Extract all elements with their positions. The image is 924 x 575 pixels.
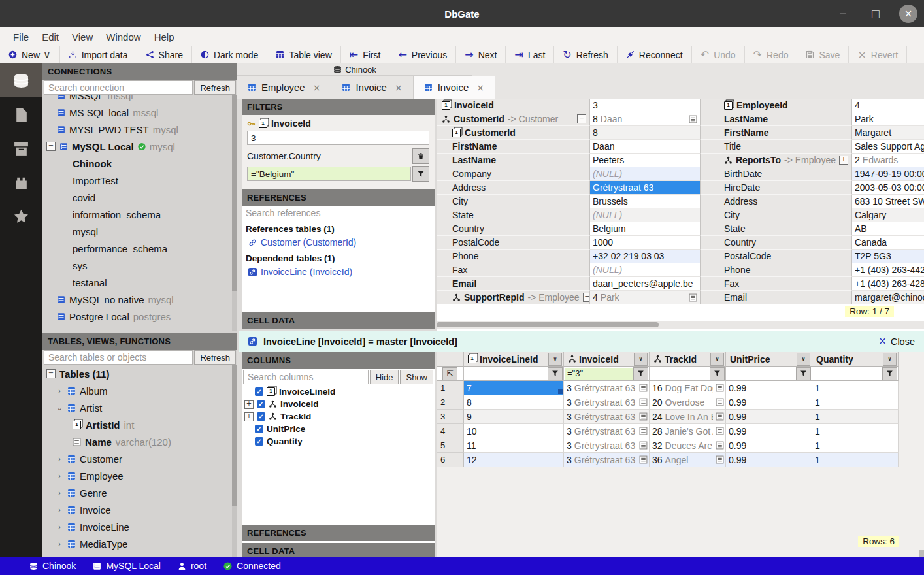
connection-item-covid[interactable]: covid	[42, 189, 237, 206]
open-detail-icon[interactable]	[716, 441, 724, 450]
form-value-postalcode[interactable]: T2P 5G3	[852, 250, 924, 263]
chevron-right-icon[interactable]: ›	[56, 523, 63, 531]
tables-scrollbar-thumb[interactable]	[232, 365, 237, 506]
expand-toggle[interactable]	[839, 156, 848, 165]
table-item-invoiceline[interactable]: ›InvoiceLine	[42, 518, 237, 535]
toolbar-first-button[interactable]: ⇤First	[341, 46, 390, 63]
collapse-toggle[interactable]	[577, 114, 586, 123]
form-value-fax[interactable]: (NULL)	[590, 263, 701, 277]
column-toggle-trackid[interactable]: TrackId	[242, 410, 435, 423]
toolbar-new-button[interactable]: New∨	[0, 46, 60, 63]
grid-cell[interactable]: 0.99	[726, 438, 812, 453]
grid-cell[interactable]: 0.99	[726, 424, 812, 438]
grid-cell[interactable]: 32Deuces Are Wild	[650, 438, 726, 453]
filter-menu-button[interactable]	[710, 367, 725, 380]
column-header-quantity[interactable]: Quantity∨	[812, 352, 899, 367]
chevron-right-icon[interactable]: ›	[56, 472, 63, 480]
connection-item-mysql[interactable]: mysql	[42, 223, 237, 240]
close-button[interactable]: ×	[899, 5, 917, 23]
column-menu-button[interactable]: ∨	[797, 353, 810, 366]
open-detail-icon[interactable]	[689, 115, 697, 123]
form-value-fax[interactable]: +1 (403) 263-4289	[852, 277, 924, 291]
toolbar-last-button[interactable]: ⇥Last	[506, 46, 554, 63]
chevron-right-icon[interactable]: ›	[56, 455, 63, 463]
activitybar-plugins[interactable]	[0, 165, 42, 199]
table-item-playlist[interactable]: ›Playlist	[42, 552, 237, 557]
toolbar-share-button[interactable]: Share	[137, 46, 192, 63]
show-column-button[interactable]: Show	[400, 370, 433, 384]
grid-cell[interactable]: 3Grétrystraat 63	[564, 438, 650, 453]
filter-menu-button[interactable]	[796, 367, 811, 380]
activitybar-connections[interactable]	[0, 63, 42, 97]
grid-cell[interactable]: 16Dog Eat Dog	[650, 381, 726, 395]
connection-item-performance-schema[interactable]: performance_schema	[42, 240, 237, 257]
collapse-toggle[interactable]	[583, 293, 590, 302]
connection-item-chinook[interactable]: Chinook	[42, 155, 237, 172]
form-value-address[interactable]: 683 10 Street SW	[852, 195, 924, 208]
search-connection-input[interactable]	[44, 80, 193, 95]
open-detail-icon[interactable]	[639, 384, 648, 392]
form-value-lastname[interactable]: Park	[852, 112, 924, 126]
connection-item-sys[interactable]: sys	[42, 257, 237, 274]
form-value-email[interactable]: margaret@chinookcorp.com	[852, 291, 924, 304]
tab-close-icon[interactable]: ×	[476, 83, 484, 92]
expand-toggle[interactable]	[244, 400, 254, 409]
filter-cell-invoicelineid[interactable]	[464, 367, 564, 381]
column-menu-button[interactable]: ∨	[710, 353, 724, 366]
expand-toggle[interactable]	[244, 412, 254, 421]
open-detail-icon[interactable]	[716, 384, 724, 392]
form-value-supportrepid[interactable]: 4Park	[590, 291, 701, 304]
menu-file[interactable]: File	[7, 31, 35, 42]
menu-window[interactable]: Window	[99, 31, 147, 42]
column-item-name[interactable]: Namevarchar(120)	[42, 433, 237, 450]
column-menu-button[interactable]: ∨	[634, 353, 648, 366]
checkbox-checked[interactable]	[255, 437, 263, 446]
search-tables-input[interactable]	[44, 350, 193, 365]
connection-item-postgre-local[interactable]: Postgre Localpostgres	[42, 308, 237, 325]
grid-cell[interactable]: 12	[464, 453, 564, 467]
form-value-birthdate[interactable]: 1947-09-19 00:00:00	[852, 167, 924, 181]
activitybar-archive[interactable]	[0, 131, 42, 165]
reference-link-customer[interactable]: Customer (CustomerId)	[242, 235, 435, 250]
tab-close-icon[interactable]: ×	[395, 83, 403, 92]
statusbar-root[interactable]: root	[178, 561, 206, 571]
statusbar-connected[interactable]: Connected	[223, 561, 281, 571]
grid-cell[interactable]: 9	[464, 410, 564, 424]
toolbar-reconnect-button[interactable]: Reconnect	[618, 46, 692, 63]
open-detail-icon[interactable]	[639, 441, 648, 450]
grid-cell[interactable]: 7	[464, 381, 564, 395]
column-toggle-invoiceid[interactable]: InvoiceId	[242, 398, 435, 410]
form-value-state[interactable]: AB	[852, 222, 924, 236]
table-item-album[interactable]: ›Album	[42, 382, 237, 399]
connection-item-mysql-no-native[interactable]: MySQL no nativemysql	[42, 291, 237, 308]
grid-cell[interactable]: 24Love In An Elevator	[650, 410, 726, 424]
column-header-trackid[interactable]: TrackId∨	[650, 352, 726, 367]
form-value-lastname[interactable]: Peeters	[590, 154, 701, 167]
collapse-toggle[interactable]	[46, 142, 56, 151]
search-columns-input[interactable]	[243, 370, 369, 384]
menu-view[interactable]: View	[65, 31, 99, 42]
clear-filters-button[interactable]: ⇱	[442, 367, 457, 380]
open-detail-icon[interactable]	[639, 427, 648, 435]
open-detail-icon[interactable]	[639, 455, 648, 464]
toolbar-previous-button[interactable]: ←Previous	[389, 46, 456, 63]
connection-item-mysql-local[interactable]: MySQL Localmysql	[42, 138, 237, 155]
form-value-phone[interactable]: +1 (403) 263-4423	[852, 263, 924, 277]
form-value-state[interactable]: (NULL)	[590, 208, 701, 222]
connection-item-mssql[interactable]: MSSQLmssql	[42, 95, 237, 104]
connection-item-ms-sql-local[interactable]: MS SQL localmssql	[42, 104, 237, 121]
connections-refresh-button[interactable]: Refresh	[194, 80, 236, 95]
checkbox-checked[interactable]	[257, 400, 265, 408]
grid-cell[interactable]: 0.99	[726, 395, 812, 410]
tab-invoice-1[interactable]: Invoice×	[331, 76, 413, 99]
hide-column-button[interactable]: Hide	[370, 370, 399, 384]
grid-cell[interactable]: 20Overdose	[650, 395, 726, 410]
maximize-button[interactable]: □	[866, 5, 885, 23]
collapse-toggle[interactable]	[46, 369, 56, 378]
grid-cell[interactable]: 0.99	[726, 410, 812, 424]
column-menu-button[interactable]: ∨	[883, 353, 897, 366]
checkbox-checked[interactable]	[255, 387, 263, 396]
toolbar-refresh-button[interactable]: ↻Refresh	[554, 46, 617, 63]
table-item-employee[interactable]: ›Employee	[42, 467, 237, 484]
open-detail-icon[interactable]	[689, 293, 697, 302]
